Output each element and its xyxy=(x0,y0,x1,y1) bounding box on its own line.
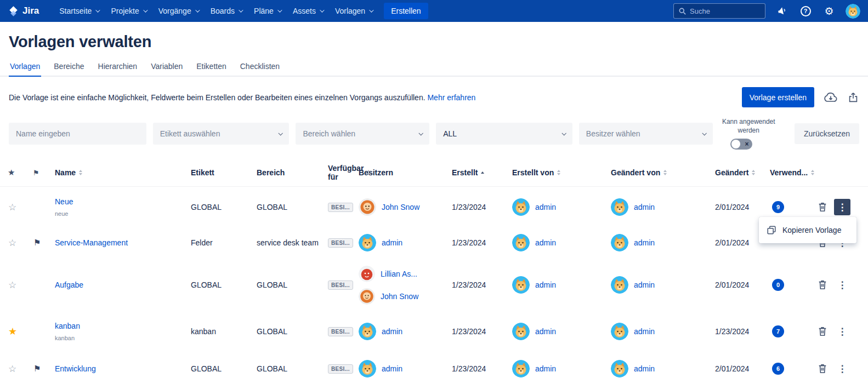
star-icon[interactable]: ☆ xyxy=(8,280,16,290)
template-name-link[interactable]: Service-Management xyxy=(55,238,186,247)
column-header-verfuegbar-fuer[interactable]: Verfügbar für xyxy=(328,164,359,181)
avatar-admin xyxy=(359,323,376,340)
availability-filter-select[interactable]: ALL xyxy=(436,123,572,145)
tab-etiketten[interactable]: Etiketten xyxy=(195,59,227,77)
owner-link[interactable]: admin xyxy=(382,238,402,247)
nav-create-button[interactable]: Erstellen xyxy=(384,3,428,19)
available-for-badge[interactable]: BESI... xyxy=(328,327,353,336)
available-for-badge[interactable]: BESI... xyxy=(328,280,353,290)
owner-link[interactable]: admin xyxy=(382,327,402,336)
column-header-verwendung[interactable]: Verwend... xyxy=(770,168,813,177)
chevron-down-icon xyxy=(369,8,373,12)
label-filter-select[interactable]: Etikett auswählen xyxy=(153,123,290,145)
avatar-admin xyxy=(611,198,628,216)
copy-template-menu-item[interactable]: Kopieren Vorlage xyxy=(759,219,856,241)
nav-item-vorgaenge[interactable]: Vorgänge xyxy=(152,0,205,22)
created-by-link[interactable]: admin xyxy=(535,238,556,247)
nav-item-boards[interactable]: Boards xyxy=(205,0,248,22)
delete-icon[interactable] xyxy=(818,363,827,374)
delete-icon[interactable] xyxy=(818,326,827,337)
nav-item-startseite[interactable]: Startseite xyxy=(53,0,105,22)
help-icon[interactable]: ? xyxy=(798,4,813,18)
modified-by-link[interactable]: admin xyxy=(634,203,655,211)
star-icon[interactable]: ☆ xyxy=(8,202,16,213)
template-name-link[interactable]: Entwicklung xyxy=(55,364,186,373)
templates-table: ★ ⚑ Name Etikett Bereich Verfügbar für B… xyxy=(0,158,868,378)
modified-by-link[interactable]: admin xyxy=(634,364,655,373)
template-name-link[interactable]: Aufgabe xyxy=(55,280,186,289)
tab-hierarchien[interactable]: Hierarchien xyxy=(97,59,139,77)
created-date: 1/23/2024 xyxy=(452,364,512,373)
cloud-download-icon[interactable] xyxy=(824,91,838,104)
column-header-etikett[interactable]: Etikett xyxy=(191,168,257,177)
column-header-name[interactable]: Name xyxy=(55,168,191,177)
learn-more-link[interactable]: Mehr erfahren xyxy=(427,93,475,102)
modified-date: 2/01/2024 xyxy=(715,280,770,289)
template-label: GLOBAL xyxy=(191,203,257,211)
created-by-link[interactable]: admin xyxy=(535,203,556,211)
delete-icon[interactable] xyxy=(818,279,827,290)
user-avatar[interactable] xyxy=(846,4,860,19)
brand-label: Jira xyxy=(22,5,39,16)
global-search[interactable] xyxy=(673,3,765,19)
tabs: Vorlagen Bereiche Hierarchien Variablen … xyxy=(0,59,868,77)
name-filter-input[interactable] xyxy=(9,123,146,145)
tab-variablen[interactable]: Variablen xyxy=(150,59,184,77)
filter-bar: Etikett auswählen Bereich wählen ALL Bes… xyxy=(0,115,868,150)
star-icon[interactable]: ☆ xyxy=(8,364,16,374)
tab-vorlagen[interactable]: Vorlagen xyxy=(9,59,41,77)
column-header-geaendert[interactable]: Geändert xyxy=(715,168,770,177)
export-icon[interactable] xyxy=(847,91,859,104)
owner-link[interactable]: admin xyxy=(382,364,402,373)
available-for-badge[interactable]: BESI... xyxy=(328,364,353,374)
flag-icon[interactable]: ⚑ xyxy=(29,364,41,373)
created-by-link[interactable]: admin xyxy=(535,364,556,373)
flag-column-header-icon[interactable]: ⚑ xyxy=(29,169,39,177)
more-menu-button[interactable]: ⋮ xyxy=(834,323,850,340)
owner-link[interactable]: Lillian As... xyxy=(381,270,417,278)
tab-bereiche[interactable]: Bereiche xyxy=(53,59,85,77)
create-template-button[interactable]: Vorlage erstellen xyxy=(742,87,814,107)
template-area: service desk team xyxy=(257,238,328,247)
delete-icon[interactable] xyxy=(818,202,827,213)
can-apply-toggle[interactable]: × xyxy=(730,139,752,150)
star-icon-active[interactable]: ★ xyxy=(8,326,17,337)
jira-logo[interactable]: Jira xyxy=(8,5,39,17)
owner-link[interactable]: John Snow xyxy=(381,292,418,301)
owner-link[interactable]: John Snow xyxy=(382,203,419,211)
tab-checklisten[interactable]: Checklisten xyxy=(239,59,281,77)
column-header-geaendert-von[interactable]: Geändert von xyxy=(611,168,715,177)
table-row: ☆ Neue neue GLOBAL GLOBAL BESI... John S… xyxy=(0,187,868,227)
created-by-link[interactable]: admin xyxy=(535,327,556,336)
area-filter-select[interactable]: Bereich wählen xyxy=(296,123,429,145)
template-name-link[interactable]: Neue xyxy=(55,197,186,206)
column-header-erstellt[interactable]: Erstellt xyxy=(452,168,512,177)
modified-by-link[interactable]: admin xyxy=(634,327,655,336)
column-header-besitzern[interactable]: Besitzern xyxy=(359,168,452,177)
star-icon[interactable]: ☆ xyxy=(8,238,16,248)
nav-item-vorlagen[interactable]: Vorlagen xyxy=(329,0,378,22)
more-menu-button[interactable]: ⋮ xyxy=(834,360,850,377)
template-name-link[interactable]: kanban xyxy=(55,322,186,330)
nav-item-plaene[interactable]: Pläne xyxy=(248,0,287,22)
gear-icon[interactable]: ⚙ xyxy=(822,4,836,18)
owner-filter-select[interactable]: Besitzer wählen xyxy=(579,123,713,145)
more-menu-button[interactable]: ⋮ xyxy=(834,277,850,293)
copy-icon xyxy=(767,225,776,235)
nav-right: ? ⚙ xyxy=(673,3,860,19)
star-column-header-icon[interactable]: ★ xyxy=(4,168,15,177)
nav-item-assets[interactable]: Assets xyxy=(287,0,329,22)
available-for-badge[interactable]: BESI... xyxy=(328,203,353,212)
nav-item-projekte[interactable]: Projekte xyxy=(105,0,152,22)
modified-by-link[interactable]: admin xyxy=(634,280,655,289)
created-by-link[interactable]: admin xyxy=(535,280,556,289)
megaphone-icon[interactable] xyxy=(775,4,789,18)
more-menu-button[interactable]: ⋮ xyxy=(834,199,850,215)
flag-icon[interactable]: ⚑ xyxy=(29,238,41,247)
reset-button[interactable]: Zurücksetzen xyxy=(795,123,859,144)
column-header-erstellt-von[interactable]: Erstellt von xyxy=(512,168,611,177)
column-header-bereich[interactable]: Bereich xyxy=(257,168,328,177)
modified-by-link[interactable]: admin xyxy=(634,238,655,247)
search-input[interactable] xyxy=(690,7,756,15)
available-for-badge[interactable]: BESI... xyxy=(328,238,353,248)
